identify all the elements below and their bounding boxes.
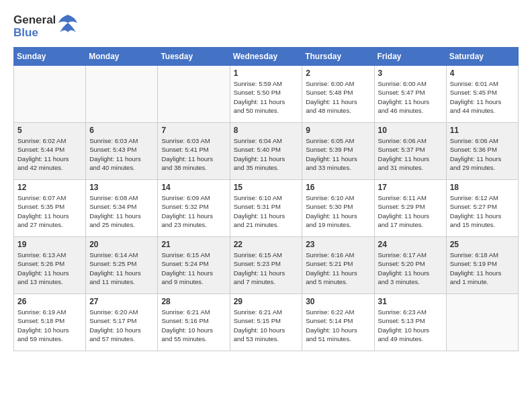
- day-info: Sunrise: 6:10 AMSunset: 5:30 PMDaylight:…: [306, 193, 370, 229]
- day-number: 15: [234, 183, 299, 192]
- calendar-week-row: 19Sunrise: 6:13 AMSunset: 5:26 PMDayligh…: [14, 237, 519, 294]
- day-info: Sunrise: 6:00 AMSunset: 5:48 PMDaylight:…: [306, 79, 370, 115]
- day-info: Sunrise: 6:22 AMSunset: 5:14 PMDaylight:…: [306, 308, 370, 343]
- day-info: Sunrise: 6:10 AMSunset: 5:31 PMDaylight:…: [234, 193, 299, 229]
- calendar-cell: 21Sunrise: 6:15 AMSunset: 5:24 PMDayligh…: [158, 237, 230, 294]
- logo: GeneralBlue: [13, 13, 81, 40]
- calendar-header-monday: Monday: [86, 48, 158, 66]
- calendar-cell: 17Sunrise: 6:11 AMSunset: 5:29 PMDayligh…: [374, 180, 446, 237]
- day-number: 26: [17, 297, 82, 306]
- day-number: 2: [306, 68, 370, 78]
- day-info: Sunrise: 6:02 AMSunset: 5:44 PMDaylight:…: [17, 136, 82, 172]
- day-number: 31: [378, 297, 443, 306]
- day-info: Sunrise: 6:03 AMSunset: 5:43 PMDaylight:…: [89, 136, 154, 172]
- day-number: 7: [161, 126, 226, 135]
- calendar-cell: 30Sunrise: 6:22 AMSunset: 5:14 PMDayligh…: [302, 294, 374, 351]
- day-number: 18: [450, 183, 515, 192]
- calendar-cell: 19Sunrise: 6:13 AMSunset: 5:26 PMDayligh…: [14, 237, 86, 294]
- day-info: Sunrise: 6:23 AMSunset: 5:13 PMDaylight:…: [378, 308, 443, 343]
- day-number: 13: [89, 183, 154, 192]
- day-number: 19: [17, 240, 82, 249]
- day-number: 14: [161, 183, 226, 192]
- day-number: 6: [89, 126, 154, 135]
- calendar-cell: [446, 294, 518, 351]
- calendar-cell: 4Sunrise: 6:01 AMSunset: 5:45 PMDaylight…: [446, 66, 518, 123]
- day-info: Sunrise: 6:17 AMSunset: 5:20 PMDaylight:…: [378, 250, 443, 286]
- day-info: Sunrise: 6:14 AMSunset: 5:25 PMDaylight:…: [89, 250, 154, 286]
- calendar-cell: 13Sunrise: 6:08 AMSunset: 5:34 PMDayligh…: [86, 180, 158, 237]
- calendar-cell: 29Sunrise: 6:21 AMSunset: 5:15 PMDayligh…: [230, 294, 302, 351]
- day-info: Sunrise: 6:13 AMSunset: 5:26 PMDaylight:…: [17, 250, 82, 286]
- day-number: 5: [17, 126, 82, 135]
- day-number: 20: [89, 240, 154, 249]
- logo-general: General: [13, 14, 56, 27]
- day-number: 3: [378, 68, 443, 78]
- day-info: Sunrise: 6:08 AMSunset: 5:34 PMDaylight:…: [89, 193, 154, 229]
- calendar-cell: 12Sunrise: 6:07 AMSunset: 5:35 PMDayligh…: [14, 180, 86, 237]
- day-number: 1: [234, 68, 299, 78]
- logo-text-group: GeneralBlue: [13, 14, 56, 39]
- calendar-cell: 24Sunrise: 6:17 AMSunset: 5:20 PMDayligh…: [374, 237, 446, 294]
- day-info: Sunrise: 6:18 AMSunset: 5:19 PMDaylight:…: [450, 250, 515, 286]
- day-info: Sunrise: 6:01 AMSunset: 5:45 PMDaylight:…: [450, 79, 515, 115]
- calendar-cell: 8Sunrise: 6:04 AMSunset: 5:40 PMDaylight…: [230, 123, 302, 180]
- calendar-cell: 18Sunrise: 6:12 AMSunset: 5:27 PMDayligh…: [446, 180, 518, 237]
- calendar-cell: [86, 66, 158, 123]
- day-number: 12: [17, 183, 82, 192]
- calendar-cell: 27Sunrise: 6:20 AMSunset: 5:17 PMDayligh…: [86, 294, 158, 351]
- calendar-week-row: 5Sunrise: 6:02 AMSunset: 5:44 PMDaylight…: [14, 123, 519, 180]
- calendar-table: SundayMondayTuesdayWednesdayThursdayFrid…: [13, 47, 519, 351]
- day-info: Sunrise: 6:20 AMSunset: 5:17 PMDaylight:…: [89, 308, 154, 343]
- day-info: Sunrise: 6:03 AMSunset: 5:41 PMDaylight:…: [161, 136, 226, 172]
- day-info: Sunrise: 6:16 AMSunset: 5:21 PMDaylight:…: [306, 250, 370, 286]
- day-info: Sunrise: 6:15 AMSunset: 5:24 PMDaylight:…: [161, 250, 226, 286]
- calendar-cell: [158, 66, 230, 123]
- day-info: Sunrise: 6:21 AMSunset: 5:16 PMDaylight:…: [161, 308, 226, 343]
- calendar-header-sunday: Sunday: [14, 48, 86, 66]
- calendar-cell: 3Sunrise: 6:00 AMSunset: 5:47 PMDaylight…: [374, 66, 446, 123]
- day-info: Sunrise: 6:04 AMSunset: 5:40 PMDaylight:…: [234, 136, 299, 172]
- day-info: Sunrise: 6:07 AMSunset: 5:35 PMDaylight:…: [17, 193, 82, 229]
- page-header: GeneralBlue: [13, 13, 519, 40]
- calendar-cell: 28Sunrise: 6:21 AMSunset: 5:16 PMDayligh…: [158, 294, 230, 351]
- day-number: 29: [234, 297, 299, 306]
- day-info: Sunrise: 6:09 AMSunset: 5:32 PMDaylight:…: [161, 193, 226, 229]
- calendar-header-saturday: Saturday: [446, 48, 518, 66]
- calendar-week-row: 12Sunrise: 6:07 AMSunset: 5:35 PMDayligh…: [14, 180, 519, 237]
- day-info: Sunrise: 6:12 AMSunset: 5:27 PMDaylight:…: [450, 193, 515, 229]
- calendar-week-row: 1Sunrise: 5:59 AMSunset: 5:50 PMDaylight…: [14, 66, 519, 123]
- calendar-header-row: SundayMondayTuesdayWednesdayThursdayFrid…: [14, 48, 519, 66]
- calendar-week-row: 26Sunrise: 6:19 AMSunset: 5:18 PMDayligh…: [14, 294, 519, 351]
- calendar-cell: [14, 66, 86, 123]
- day-info: Sunrise: 6:21 AMSunset: 5:15 PMDaylight:…: [234, 308, 299, 343]
- calendar-header-friday: Friday: [374, 48, 446, 66]
- day-number: 27: [89, 297, 154, 306]
- calendar-header-tuesday: Tuesday: [158, 48, 230, 66]
- day-info: Sunrise: 6:15 AMSunset: 5:23 PMDaylight:…: [234, 250, 299, 286]
- calendar-cell: 1Sunrise: 5:59 AMSunset: 5:50 PMDaylight…: [230, 66, 302, 123]
- day-number: 25: [450, 240, 515, 249]
- day-number: 9: [306, 126, 370, 135]
- day-number: 30: [306, 297, 370, 306]
- calendar-cell: 7Sunrise: 6:03 AMSunset: 5:41 PMDaylight…: [158, 123, 230, 180]
- day-number: 24: [378, 240, 443, 249]
- day-number: 21: [161, 240, 226, 249]
- calendar-header-thursday: Thursday: [302, 48, 374, 66]
- day-info: Sunrise: 6:00 AMSunset: 5:47 PMDaylight:…: [378, 79, 443, 115]
- calendar-cell: 5Sunrise: 6:02 AMSunset: 5:44 PMDaylight…: [14, 123, 86, 180]
- calendar-cell: 6Sunrise: 6:03 AMSunset: 5:43 PMDaylight…: [86, 123, 158, 180]
- calendar-cell: 10Sunrise: 6:06 AMSunset: 5:37 PMDayligh…: [374, 123, 446, 180]
- day-info: Sunrise: 6:06 AMSunset: 5:37 PMDaylight:…: [378, 136, 443, 172]
- calendar-cell: 23Sunrise: 6:16 AMSunset: 5:21 PMDayligh…: [302, 237, 374, 294]
- calendar-header-wednesday: Wednesday: [230, 48, 302, 66]
- day-info: Sunrise: 6:11 AMSunset: 5:29 PMDaylight:…: [378, 193, 443, 229]
- day-number: 10: [378, 126, 443, 135]
- calendar-cell: 22Sunrise: 6:15 AMSunset: 5:23 PMDayligh…: [230, 237, 302, 294]
- logo-bird-icon: [56, 13, 79, 40]
- calendar-cell: 11Sunrise: 6:06 AMSunset: 5:36 PMDayligh…: [446, 123, 518, 180]
- calendar-cell: 25Sunrise: 6:18 AMSunset: 5:19 PMDayligh…: [446, 237, 518, 294]
- calendar-cell: 15Sunrise: 6:10 AMSunset: 5:31 PMDayligh…: [230, 180, 302, 237]
- day-number: 28: [161, 297, 226, 306]
- calendar-cell: 31Sunrise: 6:23 AMSunset: 5:13 PMDayligh…: [374, 294, 446, 351]
- day-number: 4: [450, 68, 515, 78]
